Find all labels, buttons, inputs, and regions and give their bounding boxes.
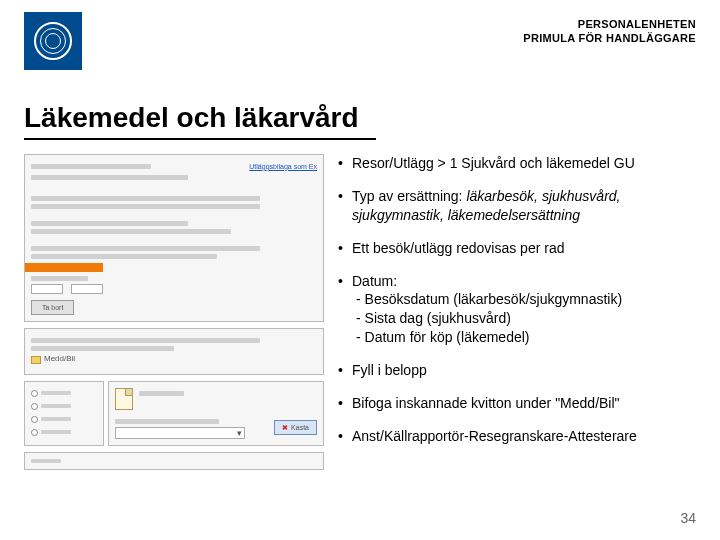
orange-section-bar (25, 263, 103, 272)
header-org: PERSONALENHETEN PRIMULA FÖR HANDLÄGGARE (523, 12, 696, 46)
bullet-5: Fyll i belopp (338, 361, 696, 380)
select-stub (115, 427, 245, 439)
input-stub (31, 284, 63, 294)
kasta-button: ✖Kasta (274, 420, 317, 435)
meddbil-row: Medd/Bil (31, 354, 75, 365)
folder-icon (31, 356, 41, 364)
meddbil-label: Medd/Bil (44, 354, 75, 365)
screenshot-panel-top: Utläggsbilaga som Ex Ta bort (24, 154, 324, 322)
university-logo (24, 12, 82, 70)
bullet-1: Resor/Utlägg > 1 Sjukvård och läkemedel … (338, 154, 696, 173)
bullet-3: Ett besök/utlägg redovisas per rad (338, 239, 696, 258)
seal-icon (34, 22, 72, 60)
header-org-line2: PRIMULA FÖR HANDLÄGGARE (523, 32, 696, 46)
bullet-4: Datum: - Besöksdatum (läkarbesök/sjukgym… (338, 272, 696, 348)
screenshot-panel-footer (24, 452, 324, 470)
slide-header: PERSONALENHETEN PRIMULA FÖR HANDLÄGGARE (24, 12, 696, 76)
screenshot-panel-mid: Medd/Bil (24, 328, 324, 375)
page-number: 34 (680, 510, 696, 526)
bullet-2: Typ av ersättning: läkarbesök, sjukhusvå… (338, 187, 696, 225)
screenshot-panel-attach: ✖Kasta (108, 381, 324, 446)
bullet-7: Anst/Källrapportör-Resegranskare-Atteste… (338, 427, 696, 446)
screenshot-panel-radio (24, 381, 104, 446)
header-org-line1: PERSONALENHETEN (523, 18, 696, 32)
page-title: Läkemedel och läkarvård (24, 102, 376, 140)
screenshot-top-link: Utläggsbilaga som Ex (249, 162, 317, 171)
bullet-list: Resor/Utlägg > 1 Sjukvård och läkemedel … (338, 154, 696, 470)
screenshot-button: Ta bort (31, 300, 74, 315)
bullet-6: Bifoga inskannade kvitton under "Medd/Bi… (338, 394, 696, 413)
input-stub (71, 284, 103, 294)
embedded-screenshot: Utläggsbilaga som Ex Ta bort (24, 154, 324, 470)
file-icon (115, 388, 133, 410)
